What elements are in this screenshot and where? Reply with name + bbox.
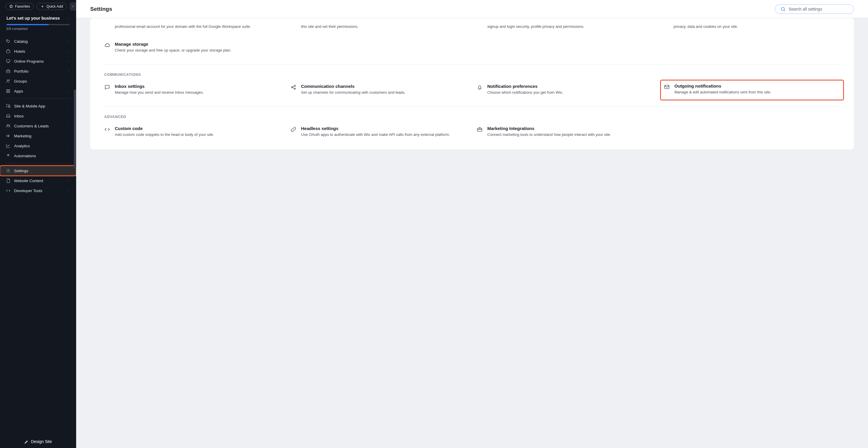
sidebar-collapse-button[interactable]	[70, 2, 76, 10]
sidebar-item-groups[interactable]: Groups	[0, 76, 76, 86]
tile-desc: Manage how you send and receive Inbox me…	[115, 90, 281, 95]
tile-privacy[interactable]: privacy, data and cookies on your site.	[663, 23, 840, 32]
svg-rect-6	[7, 90, 8, 91]
sidebar-item-label: Inbox	[14, 114, 24, 118]
grid-icon	[6, 89, 10, 93]
setup-title: Let's set up your business	[6, 16, 60, 21]
tile-manage-storage[interactable]: Manage storage Check your storage and fr…	[104, 40, 281, 54]
sidebar-item-marketing[interactable]: Marketing	[0, 131, 76, 141]
svg-point-13	[9, 125, 10, 126]
sidebar-item-label: Analytics	[14, 144, 30, 148]
tile-title: Notification preferences	[487, 84, 654, 89]
storage-row: Manage storage Check your storage and fr…	[104, 40, 840, 54]
tile-title: Marketing Integrations	[487, 126, 654, 131]
svg-point-5	[9, 79, 10, 81]
sidebar-item-site-mobile-app[interactable]: Site & Mobile App	[0, 101, 76, 111]
svg-rect-20	[477, 128, 482, 131]
tile-title: Communication channels	[301, 84, 467, 89]
sidebar: Favorites Quick Add Let's set up your bu…	[0, 0, 76, 448]
chat-icon	[104, 84, 110, 90]
sidebar-item-label: Hotels	[14, 49, 25, 54]
sidebar-item-catalog[interactable]: Catalog	[0, 36, 76, 46]
setup-progress-fill	[6, 24, 49, 25]
header-bar: Settings	[76, 0, 868, 18]
tile-desc: Choose which notifications you get from …	[487, 90, 654, 95]
tile-marketing-integrations[interactable]: Marketing IntegrationsConnect marketing …	[477, 125, 654, 138]
quick-add-button[interactable]: Quick Add	[37, 3, 67, 10]
main: Settings professional email account for …	[76, 0, 868, 448]
sidebar-item-label: Portfolio	[14, 69, 29, 73]
sidebar-item-inbox[interactable]: Inbox	[0, 111, 76, 121]
tile-desc: Check your storage and free up space, or…	[115, 48, 281, 53]
sidebar-item-label: Marketing	[14, 134, 31, 138]
search-icon	[780, 6, 786, 12]
chevron-right-icon	[68, 104, 70, 108]
tile-notification-preferences[interactable]: Notification preferencesChoose which not…	[477, 83, 654, 96]
chevron-right-icon	[68, 134, 70, 138]
content-area[interactable]: professional email account for your doma…	[76, 18, 868, 448]
sidebar-item-portfolio[interactable]: Portfolio	[0, 66, 76, 76]
setup-block[interactable]: Let's set up your business 6/9 completed	[0, 13, 76, 35]
monitor-icon	[6, 59, 10, 64]
favorites-button[interactable]: Favorites	[5, 3, 34, 10]
users-icon	[6, 124, 10, 128]
svg-point-14	[8, 170, 9, 171]
chevron-right-icon	[68, 179, 70, 183]
sidebar-item-label: Apps	[14, 89, 23, 93]
sidebar-item-label: Settings	[14, 169, 28, 173]
chevron-right-icon	[68, 70, 70, 73]
sidebar-scrollbar[interactable]	[74, 43, 76, 434]
top-partial-row: professional email account for your doma…	[104, 23, 840, 32]
sidebar-item-automations[interactable]: Automations	[0, 151, 76, 161]
star-icon	[9, 4, 13, 8]
svg-point-12	[7, 124, 8, 126]
tile-desc: Connect marketing tools to understand ho…	[487, 132, 654, 137]
sidebar-item-label: Catalog	[14, 39, 28, 44]
sidebar-item-online-programs[interactable]: Online Programs	[0, 56, 76, 66]
tile-desc: this site and set their permissions.	[301, 24, 467, 29]
scrollbar-thumb[interactable]	[74, 90, 76, 169]
sidebar-item-apps[interactable]: Apps	[0, 86, 76, 96]
chevron-right-icon	[68, 145, 70, 148]
sidebar-item-developer-tools[interactable]: Developer Tools	[0, 186, 76, 196]
tile-desc: professional email account for your doma…	[115, 24, 281, 29]
tile-headless-settings[interactable]: Headless settingsUse OAuth apps to authe…	[290, 125, 467, 138]
people-icon	[6, 79, 10, 84]
bell-icon	[477, 84, 483, 90]
device-icon	[6, 104, 10, 108]
link-icon	[290, 127, 297, 132]
communications-grid: Inbox settingsManage how you send and re…	[104, 83, 840, 96]
tile-title: Custom code	[115, 126, 281, 131]
search-input[interactable]	[788, 7, 847, 11]
svg-point-15	[781, 7, 784, 10]
divider	[5, 163, 71, 163]
tile-title: Headless settings	[301, 126, 467, 131]
tile-permissions[interactable]: this site and set their permissions.	[290, 23, 467, 32]
sidebar-item-label: Automations	[14, 154, 36, 158]
svg-rect-8	[7, 91, 8, 93]
sidebar-item-label: Customers & Leads	[14, 124, 49, 128]
svg-rect-9	[8, 91, 10, 93]
sidebar-item-customers-leads[interactable]: Customers & Leads	[0, 121, 76, 131]
quick-add-label: Quick Add	[46, 4, 63, 8]
tile-custom-code[interactable]: Custom codeAdd custom code snippets to t…	[104, 125, 281, 138]
sidebar-item-label: Developer Tools	[14, 189, 42, 193]
mail-icon	[664, 84, 670, 90]
tile-communication-channels[interactable]: Communication channelsSet up channels fo…	[290, 83, 467, 96]
sidebar-item-settings[interactable]: Settings	[0, 166, 76, 176]
chevron-right-icon	[68, 50, 70, 53]
chevron-right-icon	[68, 17, 70, 20]
favorites-label: Favorites	[15, 4, 30, 8]
megaphone-icon	[6, 133, 10, 138]
search-box[interactable]	[775, 4, 854, 14]
tile-email[interactable]: professional email account for your doma…	[104, 23, 281, 32]
tile-outgoing-notifications[interactable]: Outgoing notificationsManage & edit auto…	[660, 79, 844, 100]
design-site-button[interactable]: Design Site	[24, 439, 52, 444]
sidebar-item-website-content[interactable]: Website Content	[0, 176, 76, 186]
sidebar-item-hotels[interactable]: Hotels	[0, 46, 76, 56]
sidebar-item-analytics[interactable]: Analytics	[0, 141, 76, 151]
svg-rect-7	[8, 90, 10, 91]
tile-inbox-settings[interactable]: Inbox settingsManage how you send and re…	[104, 83, 281, 96]
tile-signup[interactable]: signup and login security, profile priva…	[477, 23, 654, 32]
svg-point-0	[7, 40, 8, 41]
